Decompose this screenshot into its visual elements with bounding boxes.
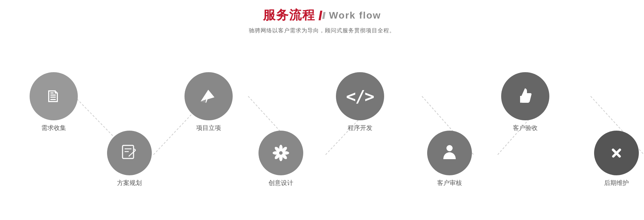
workflow-item-fangan: 方案规划 [107,131,152,187]
label-yanshou: 客户验收 [513,124,538,132]
workflow-item-lixiang: 项目立项 [184,72,233,132]
label-xuqiu: 需求收集 [41,124,66,132]
label-fangan: 方案规划 [117,179,142,187]
icon-lixiang [199,86,219,106]
page-container: 服务流程 Work flow 驰骋网络以客户需求为导向，顾问式服务贯彻项目全程。 [0,0,644,220]
svg-point-24 [446,145,453,151]
icon-chuangyi [272,144,290,162]
workflow-item-chuangyi: 创意设计 [258,131,303,187]
title-english: Work flow [329,10,381,21]
circle-lixiang [184,72,233,120]
label-shenhe: 客户审核 [437,179,462,187]
divider-bar-gray [322,12,326,19]
label-chengxu: 程序开发 [348,124,372,132]
title-row: 服务流程 Work flow [249,7,395,24]
label-chuangyi: 创意设计 [268,179,293,187]
icon-shenhe [441,144,458,162]
title-divider [319,11,325,20]
circle-xuqiu: 🗎 [30,72,78,120]
circle-chengxu: </> [336,72,384,120]
svg-line-10 [130,150,136,155]
svg-line-12 [129,155,130,156]
icon-chengxu: </> [346,87,374,106]
svg-point-23 [279,151,283,155]
workflow-item-xuqiu: 🗎 需求收集 [30,72,78,132]
workflow-section: 🗎 需求收集 方案规划 [0,41,644,220]
workflow-item-yanshou: 客户验收 [501,72,549,132]
workflow-item-shenhe: 客户审核 [427,131,472,187]
icon-fangan [120,144,138,162]
workflow-item-chengxu: </> 程序开发 [336,72,384,132]
svg-line-11 [134,149,136,150]
title-chinese: 服务流程 [263,7,315,24]
divider-bar-red [318,11,322,20]
workflow-item-houqi: 后期维护 [594,131,639,187]
icon-xuqiu: 🗎 [45,88,62,105]
icon-houqi [607,144,626,162]
header-section: 服务流程 Work flow 驰骋网络以客户需求为导向，顾问式服务贯彻项目全程。 [249,7,395,34]
label-lixiang: 项目立项 [196,124,221,132]
circle-fangan [107,131,152,175]
circle-shenhe [427,131,472,175]
icon-yanshou [515,86,535,106]
circle-houqi [594,131,639,175]
label-houqi: 后期维护 [604,179,629,187]
circle-yanshou [501,72,549,120]
circle-chuangyi [258,131,303,175]
subtitle: 驰骋网络以客户需求为导向，顾问式服务贯彻项目全程。 [249,27,395,34]
workflow-track: 🗎 需求收集 方案规划 [30,72,615,189]
